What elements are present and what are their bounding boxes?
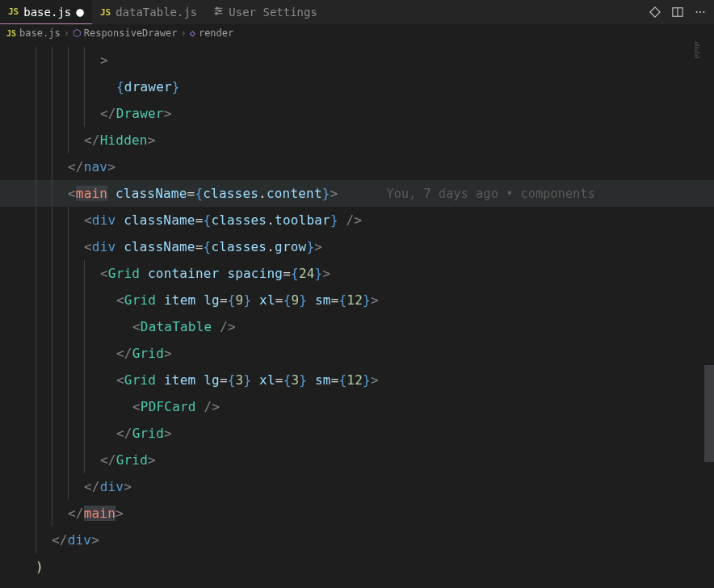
tab-label: base.js [23,6,71,19]
svg-point-10 [703,11,704,13]
class-icon: ⬡ [73,27,81,39]
svg-point-8 [696,11,698,13]
diff-icon[interactable] [649,6,661,18]
vertical-scrollbar[interactable] [704,42,714,583]
code-line: </main> [0,500,714,527]
editor-actions [649,6,714,18]
code-line: </Grid> [0,447,714,473]
tab-base-js[interactable]: JS base.js ● [0,0,92,24]
git-blame-annotation: You, 7 days ago • components [386,187,594,201]
dirty-indicator-icon: ● [76,6,84,19]
code-line: </div> [0,527,714,553]
js-icon: JS [100,7,111,18]
code-line: </Grid> [0,420,714,447]
minimap[interactable] [695,42,703,527]
code-line: </div> [0,473,714,500]
sliders-icon [213,6,224,19]
tab-bar: JS base.js ● JS dataTable.js User Settin… [0,0,714,24]
js-icon: JS [6,29,16,38]
code-line: </Hidden> [0,127,714,153]
code-line: > [0,47,714,74]
code-line: <main className={classes.content}>You, 7… [0,180,714,207]
code-line: {drawer} [0,74,714,100]
more-icon[interactable] [695,6,706,18]
code-line: </Drawer> [0,100,714,127]
code-line: <DataTable /> [0,313,714,340]
svg-point-1 [216,7,218,9]
tab-label: User Settings [229,6,317,19]
code-line: <div className={classes.toolbar} /> [0,207,714,233]
tab-user-settings[interactable]: User Settings [205,0,326,24]
svg-point-9 [699,11,701,13]
breadcrumb-file: base.js [19,27,61,39]
code-line: </nav> [0,153,714,180]
split-editor-icon[interactable] [672,6,683,18]
js-icon: JS [8,6,19,17]
breadcrumb-class: ResponsiveDrawer [84,27,178,39]
chevron-right-icon: › [64,27,69,39]
svg-point-3 [219,10,220,11]
tab-datatable-js[interactable]: JS dataTable.js [92,0,205,24]
code-line: <Grid item lg={9} xl={9} sm={12}> [0,287,714,313]
svg-point-5 [216,13,217,15]
code-line: <div className={classes.grow}> [0,233,714,260]
code-editor[interactable]: > {drawer} </Drawer> </Hidden> </nav> <m… [0,42,714,580]
code-line: ) [0,553,714,580]
scrollbar-thumb[interactable] [704,365,714,462]
breadcrumb-method: render [199,27,233,39]
method-icon: ◇ [190,27,195,39]
tab-label: dataTable.js [116,6,197,19]
chevron-right-icon: › [180,27,186,39]
code-line: <PDFCard /> [0,393,714,420]
code-line: </Grid> [0,340,714,367]
code-line: <Grid item lg={3} xl={3} sm={12}> [0,367,714,393]
breadcrumb[interactable]: JS base.js › ⬡ ResponsiveDrawer › ◇ rend… [0,24,714,42]
code-line: <Grid container spacing={24}> [0,260,714,287]
